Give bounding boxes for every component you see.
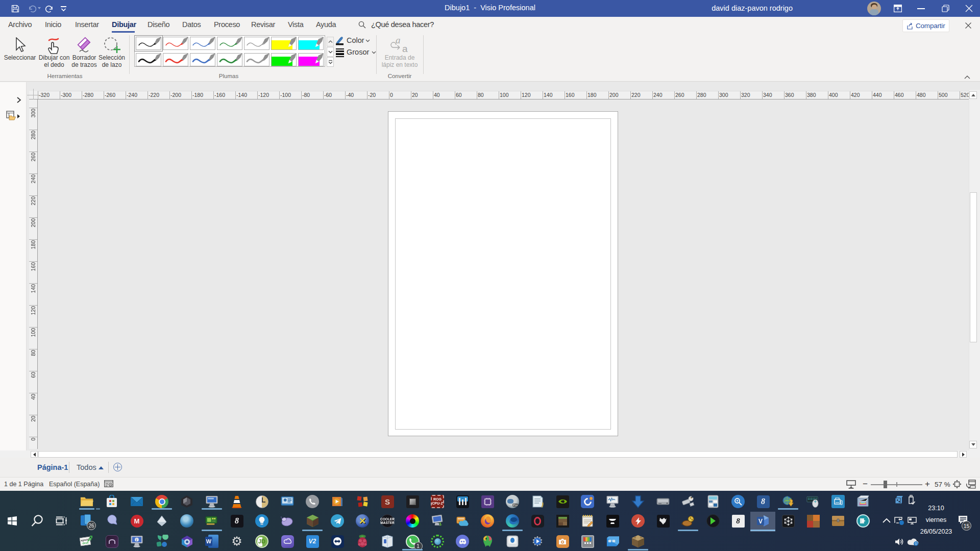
svg-text:V: V xyxy=(758,518,763,525)
svg-text:i: i xyxy=(136,538,137,542)
svg-text:a: a xyxy=(402,43,408,54)
